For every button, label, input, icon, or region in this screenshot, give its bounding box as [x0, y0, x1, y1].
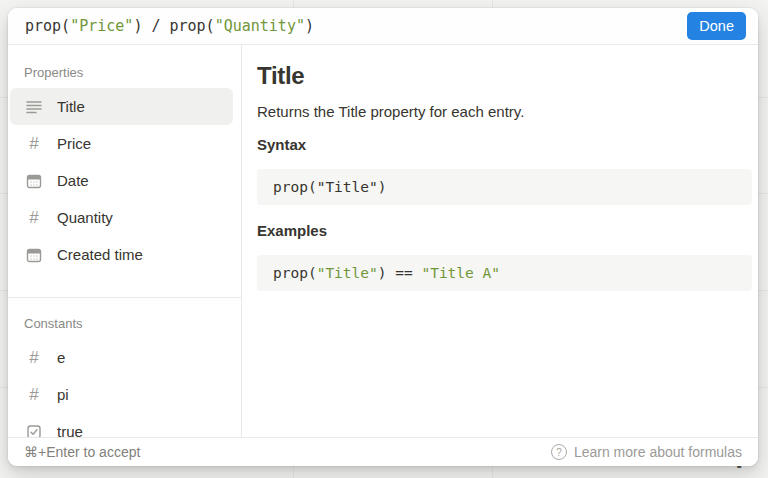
example-code-block: prop("Title") == "Title A" — [257, 255, 752, 291]
sidebar-item-label: true — [57, 423, 83, 437]
calendar-icon — [24, 173, 44, 189]
sidebar-item-created-time[interactable]: Created time — [10, 236, 233, 273]
footer-bar: ⌘+Enter to accept ? Learn more about for… — [8, 437, 758, 466]
syntax-code-block: prop("Title") — [257, 169, 752, 205]
sidebar-item-date[interactable]: Date — [10, 162, 233, 199]
examples-heading: Examples — [257, 222, 752, 239]
code-token-plain: prop("Title") — [273, 179, 387, 195]
sidebar-item-label: Quantity — [57, 209, 113, 226]
formula-bar: prop("Price") / prop("Quantity") Done — [8, 8, 758, 45]
number-hash-icon: # — [24, 135, 44, 152]
code-token-string: "Title" — [317, 265, 378, 281]
sidebar-item-label: Title — [57, 98, 85, 115]
code-token-plain: ) / prop( — [133, 17, 214, 35]
code-token-string: "Title A" — [421, 265, 500, 281]
sidebar-divider — [8, 297, 241, 298]
formula-editor-popup: prop("Price") / prop("Quantity") Done Pr… — [8, 8, 758, 466]
sidebar-item-e[interactable]: # e — [10, 339, 233, 376]
sidebar-item-label: pi — [57, 386, 69, 403]
doc-title: Title — [257, 62, 752, 90]
done-button[interactable]: Done — [687, 12, 746, 40]
sidebar-item-label: Price — [57, 135, 91, 152]
popup-body: Properties Title # Price Date # Quantity — [8, 45, 758, 437]
section-label-properties: Properties — [8, 57, 241, 88]
sidebar: Properties Title # Price Date # Quantity — [8, 45, 242, 437]
code-token-string: "Quantity" — [215, 17, 305, 35]
sidebar-item-title[interactable]: Title — [10, 88, 233, 125]
syntax-heading: Syntax — [257, 136, 752, 153]
number-hash-icon: # — [24, 349, 44, 366]
number-hash-icon: # — [24, 386, 44, 403]
text-icon — [24, 98, 44, 116]
question-circle-icon: ? — [551, 444, 567, 460]
sidebar-item-label: e — [57, 349, 65, 366]
number-hash-icon: # — [24, 209, 44, 226]
code-token-plain: prop( — [25, 17, 70, 35]
doc-description: Returns the Title property for each entr… — [257, 102, 752, 122]
doc-panel: Title Returns the Title property for eac… — [242, 45, 758, 437]
sidebar-item-quantity[interactable]: # Quantity — [10, 199, 233, 236]
learn-more-link[interactable]: ? Learn more about formulas — [551, 444, 742, 460]
section-label-constants: Constants — [8, 308, 241, 339]
code-token-plain: ) — [305, 17, 314, 35]
checkbox-icon — [24, 424, 44, 438]
sidebar-item-price[interactable]: # Price — [10, 125, 233, 162]
sidebar-item-pi[interactable]: # pi — [10, 376, 233, 413]
sidebar-item-true[interactable]: true — [10, 413, 233, 437]
calendar-icon — [24, 247, 44, 263]
code-token-string: "Price" — [70, 17, 133, 35]
accept-hint: ⌘+Enter to accept — [24, 444, 140, 460]
code-token-plain: prop( — [273, 265, 317, 281]
sidebar-item-label: Created time — [57, 246, 143, 263]
code-token-plain: ) == — [378, 265, 422, 281]
learn-more-label: Learn more about formulas — [574, 444, 742, 460]
formula-input[interactable]: prop("Price") / prop("Quantity") — [25, 17, 687, 35]
sidebar-item-label: Date — [57, 172, 89, 189]
